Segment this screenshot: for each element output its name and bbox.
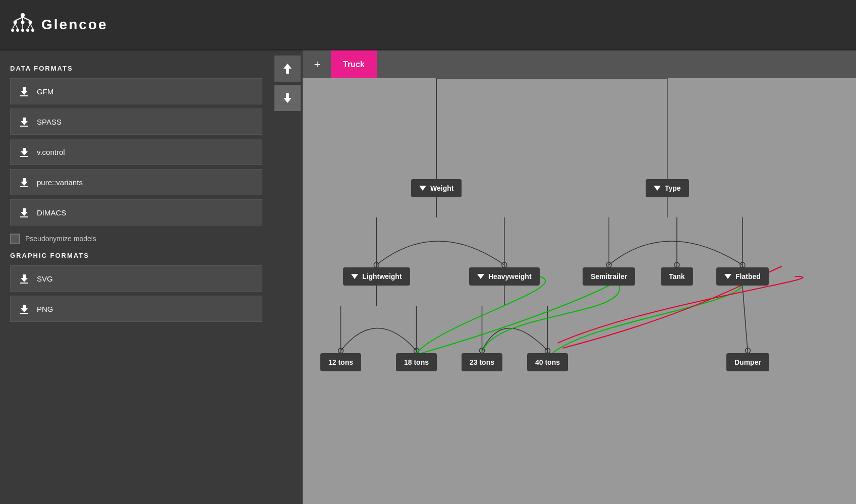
expand-icon [419, 186, 426, 191]
data-formats-list: GFM SPASS v.control pure::variants [10, 78, 262, 226]
download-icon-sm [19, 207, 30, 218]
node-tank-label: Tank [669, 272, 685, 281]
svg-line-16 [30, 24, 33, 29]
expand-icon [477, 274, 484, 279]
format-item-svg[interactable]: SVG [10, 265, 262, 292]
node-type-label: Type [665, 184, 681, 192]
svg-line-15 [28, 24, 30, 29]
node-tank[interactable]: Tank [661, 267, 693, 286]
graph-canvas: Weight Type Lightweight Heavyweight Semi… [303, 78, 856, 504]
svg-line-12 [13, 24, 15, 29]
tab-truck[interactable]: Truck [331, 50, 377, 78]
svg-point-6 [21, 29, 24, 32]
node-flatbed[interactable]: Flatbed [716, 267, 769, 286]
svg-marker-21 [21, 148, 28, 155]
svg-point-2 [21, 20, 25, 24]
header: Glencoe [0, 0, 856, 50]
format-label-purevariants: pure::variants [37, 178, 83, 187]
node-23tons[interactable]: 23 tons [462, 353, 502, 371]
svg-point-8 [31, 29, 34, 32]
node-lightweight-label: Lightweight [362, 272, 402, 281]
action-column [272, 50, 303, 504]
logo-icon [10, 11, 35, 39]
format-item-gfm[interactable]: GFM [10, 78, 262, 104]
graphic-formats-title: GRAPHIC FORMATS [10, 252, 262, 259]
svg-point-4 [11, 29, 14, 32]
format-item-vcontrol[interactable]: v.control [10, 139, 262, 165]
node-weight-label: Weight [430, 184, 453, 192]
node-heavyweight[interactable]: Heavyweight [469, 267, 540, 286]
logo-area: Glencoe [10, 11, 107, 39]
svg-point-1 [14, 20, 17, 24]
svg-marker-29 [21, 305, 28, 312]
graphic-formats-list: SVG PNG [10, 265, 262, 322]
node-type[interactable]: Type [646, 179, 689, 197]
format-item-png[interactable]: PNG [10, 296, 262, 322]
svg-marker-31 [283, 64, 292, 74]
expand-icon [654, 186, 661, 191]
format-label-dimacs: DIMACS [37, 208, 66, 217]
pseudonymize-row: Pseudonymize models [10, 234, 262, 244]
download-icon-sm [19, 177, 30, 188]
sidebar: DATA FORMATS GFM SPASS v.contro [0, 50, 272, 504]
svg-marker-32 [283, 93, 292, 103]
pseudonymize-label: Pseudonymize models [25, 235, 96, 243]
svg-marker-23 [21, 178, 28, 186]
data-formats-title: DATA FORMATS [10, 65, 262, 72]
download-icon [280, 91, 295, 105]
svg-point-5 [16, 29, 19, 32]
format-label-gfm: GFM [37, 87, 53, 96]
expand-icon [724, 274, 731, 279]
expand-icon [351, 274, 358, 279]
format-item-dimacs[interactable]: DIMACS [10, 199, 262, 226]
svg-rect-22 [20, 156, 28, 157]
node-heavyweight-label: Heavyweight [488, 272, 532, 281]
format-label-spass: SPASS [37, 118, 62, 126]
tree-svg [303, 78, 856, 504]
svg-point-3 [29, 20, 32, 24]
node-40tons[interactable]: 40 tons [527, 353, 568, 371]
format-label-png: PNG [37, 305, 53, 313]
download-icon-sm [19, 116, 30, 127]
format-label-vcontrol: v.control [37, 148, 65, 156]
download-icon-sm [19, 303, 30, 314]
add-tab-button[interactable]: + [308, 55, 327, 74]
svg-point-0 [21, 13, 25, 17]
node-semitrailer-label: Semitrailer [591, 272, 627, 281]
node-12tons-label: 12 tons [328, 358, 353, 366]
node-lightweight[interactable]: Lightweight [343, 267, 410, 286]
node-dumper[interactable]: Dumper [726, 353, 769, 371]
svg-line-9 [15, 17, 23, 21]
node-weight[interactable]: Weight [411, 179, 462, 197]
download-icon-sm [19, 86, 30, 97]
format-item-spass[interactable]: SPASS [10, 108, 262, 135]
node-semitrailer[interactable]: Semitrailer [583, 267, 635, 286]
svg-rect-24 [20, 186, 28, 187]
download-icon-sm [19, 146, 30, 157]
download-button[interactable] [274, 85, 301, 111]
upload-button[interactable] [274, 55, 301, 82]
node-23tons-label: 23 tons [470, 358, 494, 366]
format-label-svg: SVG [37, 274, 53, 283]
tab-bar: + Truck [303, 50, 856, 78]
pseudonymize-checkbox[interactable] [10, 234, 20, 244]
svg-line-13 [15, 24, 18, 29]
svg-point-7 [26, 29, 29, 32]
node-18tons[interactable]: 18 tons [396, 353, 437, 371]
svg-rect-28 [20, 283, 28, 284]
svg-rect-26 [20, 216, 28, 217]
svg-rect-20 [20, 126, 28, 127]
format-item-purevariants[interactable]: pure::variants [10, 169, 262, 195]
svg-marker-25 [21, 208, 28, 216]
main-layout: DATA FORMATS GFM SPASS v.contro [0, 50, 856, 504]
svg-marker-27 [21, 274, 28, 282]
svg-line-11 [23, 17, 30, 21]
node-dumper-label: Dumper [734, 358, 761, 366]
node-12tons[interactable]: 12 tons [320, 353, 361, 371]
logo-text: Glencoe [41, 17, 107, 33]
content-area: + Truck Weight Type Lightweight [303, 50, 856, 504]
svg-marker-19 [21, 118, 28, 125]
svg-marker-17 [21, 87, 28, 95]
upload-icon [280, 62, 295, 76]
node-18tons-label: 18 tons [404, 358, 429, 366]
